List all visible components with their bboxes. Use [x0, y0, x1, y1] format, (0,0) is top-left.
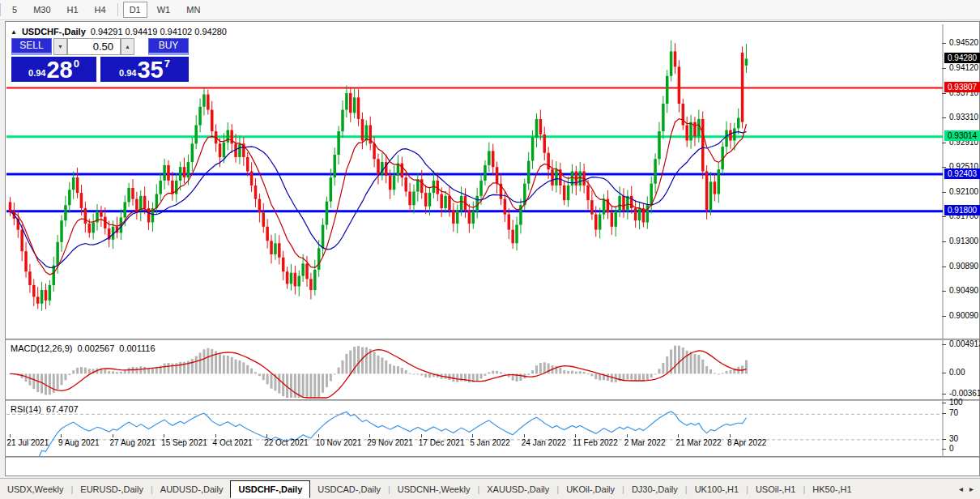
time-axis-tick [266, 434, 267, 437]
tabs-scroll-right-icon[interactable]: ▸ [969, 484, 974, 493]
price-axis-label: 0.94120 [949, 63, 978, 72]
price-axis-label: 0.92100 [949, 187, 978, 196]
timeframe-button-mn[interactable]: MN [180, 2, 207, 18]
price-axis-label: 0.90090 [949, 311, 978, 320]
tabs-nav: ◂▸ [959, 484, 980, 493]
time-axis-tick [524, 434, 525, 437]
volume-decrease-button[interactable]: ▼ [53, 38, 67, 55]
sell-price-sup: 0 [74, 58, 79, 70]
chart-tab-eurusd-daily[interactable]: EURUSD-,Daily [73, 481, 151, 497]
time-axis-tick [369, 434, 370, 437]
time-axis-label: 5 Jan 2022 [470, 438, 510, 447]
timeframe-button-5[interactable]: 5 [6, 2, 23, 18]
time-axis-label: 4 Oct 2021 [213, 438, 253, 447]
macd-axis-label: 0.00 [949, 368, 965, 377]
chart-tab-uk100-h1[interactable]: UK100-,H1 [688, 481, 746, 497]
time-axis-tick [575, 434, 576, 437]
chart-tab-usdx-weekly[interactable]: USDX,Weekly [0, 481, 70, 497]
macd-axis-label: 0.004913 [949, 339, 980, 348]
macd-axis-tick [942, 394, 946, 395]
price-axis-tick [942, 316, 946, 317]
rsi-header: RSI(14) 67.4707 [11, 404, 79, 414]
macd-label: MACD(12,26,9) [11, 343, 72, 353]
timeframe-button-h4[interactable]: H4 [88, 2, 113, 18]
chart-tab-xauusd-daily[interactable]: XAUUSD-,Daily [479, 481, 556, 497]
price-badge-094280: 0.94280 [944, 53, 980, 63]
timeframe-button-m30[interactable]: M30 [27, 2, 57, 18]
price-axis-label: 0.91300 [949, 237, 978, 245]
macd-axis-tick [942, 373, 946, 373]
time-axis-label: 2 Mar 2022 [624, 438, 666, 447]
time-axis-label: 21 Mar 2022 [675, 438, 721, 447]
chart-ohlc-values: 0.94291 0.94419 0.94102 0.94280 [91, 27, 227, 36]
price-axis-label: 0.93310 [949, 113, 978, 122]
rsi-axis-label: 0 [949, 444, 954, 453]
sell-price-big: 28 [46, 59, 72, 80]
timeframe-button-w1[interactable]: W1 [151, 2, 177, 18]
buy-price-big: 35 [137, 59, 163, 80]
time-axis-tick [678, 434, 679, 437]
chart-window: ▲ USDCHF-,Daily 0.94291 0.94419 0.94102 … [5, 21, 980, 476]
price-axis-tick [942, 216, 946, 217]
chart-tab-audusd-daily[interactable]: AUDUSD-,Daily [153, 481, 231, 497]
rsi-axis-tick [942, 403, 946, 403]
buy-price-small: 0.94 [119, 68, 136, 78]
price-axis-tick [942, 143, 946, 143]
mt4-screen: 5M30H1H4D1W1MN ▲ USDCHF-,Daily 0.94291 0… [0, 0, 980, 499]
rsi-axis-label: 100 [949, 398, 963, 407]
rsi-label: RSI(14) [11, 404, 41, 414]
macd-axis-label: -0.003614 [949, 389, 980, 398]
time-axis-tick [61, 434, 62, 437]
chart-tabs-bar: USDX,Weekly|EURUSD-,Daily|AUDUSD-,DailyU… [0, 478, 980, 499]
buy-button[interactable]: BUY [148, 38, 189, 55]
macd-header: MACD(12,26,9) 0.002567 0.001116 [11, 343, 156, 353]
timeframe-button-d1[interactable]: D1 [123, 2, 147, 18]
price-axis-tick [942, 43, 946, 44]
time-axis-label: 9 Aug 2021 [58, 438, 100, 447]
time-axis-tick [113, 434, 113, 437]
collapse-panel-icon[interactable]: ▲ [11, 28, 17, 36]
time-axis-label: 22 Oct 2021 [264, 438, 308, 447]
chart-tab-usoil-h1[interactable]: USOil-,H1 [748, 481, 803, 497]
rsi-axis-label: 30 [949, 434, 958, 443]
time-axis-tick [472, 434, 473, 437]
volume-increase-button[interactable]: ▲ [121, 38, 134, 55]
chart-tab-usdcnh-weekly[interactable]: USDCNH-,Weekly [390, 481, 478, 497]
time-axis-label: 27 Aug 2021 [110, 438, 156, 447]
buy-price-display[interactable]: 0.94 35 7 [100, 57, 189, 82]
sell-button[interactable]: SELL [11, 38, 52, 55]
time-axis-label: 21 Jul 2021 [7, 438, 49, 447]
price-badge-093807: 0.93807 [944, 82, 980, 92]
volume-input[interactable] [67, 38, 121, 55]
price-axis-label: 0.90890 [949, 262, 978, 271]
rsi-indicator[interactable] [6, 401, 944, 456]
price-axis-tick [942, 93, 946, 94]
price-axis-tick [942, 241, 946, 242]
price-axis-tick [942, 117, 946, 118]
price-axis-tick [942, 68, 946, 69]
rsi-axis-tick [942, 439, 946, 440]
chart-tab-hk50-h1[interactable]: HK50-,H1 [805, 481, 859, 497]
sell-price-display[interactable]: 0.94 28 0 [11, 57, 96, 82]
price-axis-tick [942, 291, 946, 292]
time-axis-label: 29 Nov 2021 [367, 438, 413, 447]
time-axis-tick [215, 434, 216, 437]
time-axis-label: 10 Nov 2021 [316, 438, 362, 447]
chart-tab-usdcad-daily[interactable]: USDCAD-,Daily [310, 481, 388, 497]
chart-tab-usdchf-daily[interactable]: USDCHF-,Daily [230, 480, 310, 498]
rsi-axis-label: 70 [949, 408, 958, 417]
time-axis-tick [10, 434, 11, 437]
price-axis-label: 0.94520 [949, 38, 978, 47]
tabs-scroll-left-icon[interactable]: ◂ [959, 484, 963, 493]
chart-tab-dj30-daily[interactable]: DJ30-,Daily [624, 481, 685, 497]
time-axis-label: 17 Dec 2021 [419, 438, 465, 447]
macd-signal-value: 0.001116 [119, 343, 155, 353]
sell-price-small: 0.94 [28, 68, 45, 78]
chart-tab-ukoil-daily[interactable]: UKOil-,Daily [559, 481, 622, 497]
price-axis-tick [942, 267, 946, 267]
time-axis-tick [421, 434, 422, 437]
chart-title: ▲ USDCHF-,Daily 0.94291 0.94419 0.94102 … [11, 27, 227, 36]
price-badge-093014: 0.93014 [944, 130, 980, 141]
timeframe-button-h1[interactable]: H1 [61, 2, 85, 18]
macd-value: 0.002567 [77, 343, 114, 353]
